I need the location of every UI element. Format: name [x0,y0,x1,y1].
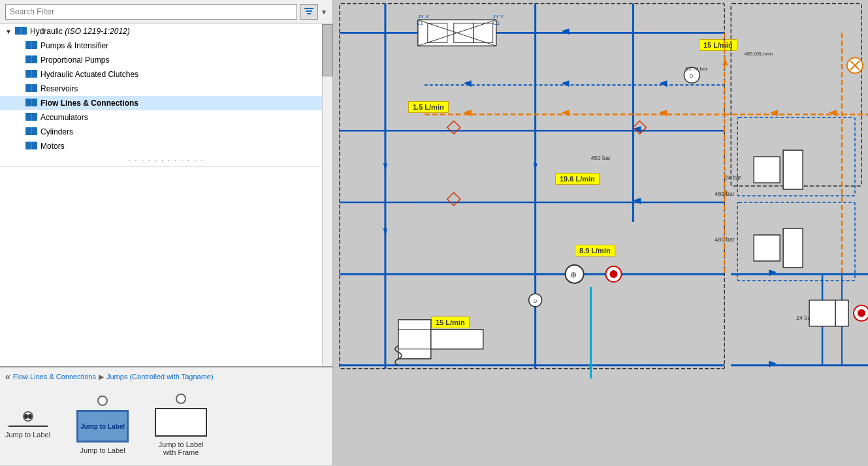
tree-item-flowlines[interactable]: Flow Lines & Connections [0,96,332,110]
search-filter-button[interactable] [300,4,318,20]
svg-text:JY Y: JY Y [493,14,504,20]
option-box-label: Jump to Label [80,446,125,454]
option-line-label: Jump to Label [5,431,50,439]
svg-marker-35 [562,110,570,116]
pressure-65bar: 65.74 bar [685,66,707,72]
tree-icon-accumulators [25,112,38,123]
tree-icon-cylinders [25,127,38,137]
option-frame-radio[interactable] [176,394,186,404]
tree-item-pumps[interactable]: Pumps & Intensifier [0,39,332,53]
option-box-radio[interactable] [97,396,108,406]
tree-item-hydraulic[interactable]: ▼ Hydraulic (ISO 1219-1:2012) [0,24,332,39]
breadcrumb-back-button[interactable]: « [5,371,10,382]
svg-text:C1: C1 [417,20,424,26]
svg-point-81 [609,270,617,278]
option-line-radio[interactable] [23,411,33,422]
diagram-svg: JY X C1 JY Y C2 ⊙ ⊙ ⊕ 450 bar 480 bar 48… [333,0,868,466]
svg-marker-85 [447,193,460,206]
search-input[interactable] [5,4,297,20]
svg-marker-43 [464,80,472,87]
tree-label-pumps: Pumps & Intensifier [40,41,108,50]
line-preview-shape [8,426,48,427]
flow-485: 485.08L/min [744,51,773,57]
svg-marker-40 [722,57,728,65]
option-frame-label: Jump to Labelwith Frame [159,441,204,456]
tree-icon-proportional [25,55,38,65]
svg-marker-51 [383,228,387,236]
svg-rect-90 [398,320,431,359]
svg-marker-49 [633,198,641,204]
svg-rect-21 [340,3,724,368]
svg-text:⊙: ⊙ [533,298,538,304]
tree-arrow-hydraulic: ▼ [5,28,14,35]
svg-marker-45 [659,80,667,87]
pressure-480bar-2: 480 bar [715,236,734,243]
option-box-preview-text: Jump to Label [80,423,125,430]
breadcrumb-part2[interactable]: Jumps (Controlled with Tagname) [106,373,214,381]
svg-text:C2: C2 [493,20,500,26]
options-row: Jump to Label Jump to Label Jump to Labe… [5,388,327,461]
svg-marker-37 [770,110,778,116]
pressure-24bar-1: 24 bar [724,174,741,181]
breadcrumb-part1[interactable]: Flow Lines & Connections [13,373,96,381]
svg-marker-36 [659,110,667,116]
svg-marker-84 [447,121,460,134]
svg-marker-52 [534,163,538,171]
tree-label-accumulators: Accumulators [40,113,88,122]
option-frame-preview [155,408,207,437]
option-line[interactable]: Jump to Label [5,411,50,439]
tree-icon-pumps [25,40,38,51]
svg-point-83 [858,309,865,317]
svg-rect-2 [307,13,311,14]
svg-rect-94 [754,157,780,183]
option-box[interactable]: Jump to Label Jump to Label [76,396,129,454]
left-panel: ▼ ▼ Hydraulic (ISO 1219-1:2012) [0,0,333,466]
tree-scrollbar-thumb[interactable] [322,24,332,76]
option-box-preview: Jump to Label [76,410,129,443]
option-frame[interactable]: Jump to Labelwith Frame [155,394,207,456]
tree-item-motors[interactable]: Motors [0,139,332,153]
tree-dots-separator: · · · · · · · · · · · · [0,153,332,167]
breadcrumb: « Flow Lines & Connections ▶ Jumps (Cont… [5,371,327,382]
search-bar: ▼ [0,0,332,24]
breadcrumb-separator: ▶ [99,373,104,381]
pressure-450bar: 450 bar [591,155,611,161]
tree-label-hydraulic: Hydraulic (ISO 1219-1:2012) [30,27,130,36]
svg-rect-97 [783,228,803,268]
tree-label-proportional: Proportional Pumps [40,55,109,65]
tree-icon-hydraulic [14,26,27,37]
svg-rect-0 [304,8,313,9]
option-line-preview [8,426,48,427]
tree-item-cylinders[interactable]: Cylinders [0,125,332,139]
tree-view: ▼ Hydraulic (ISO 1219-1:2012) Pump [0,24,332,367]
svg-marker-34 [464,110,472,116]
svg-rect-98 [809,300,835,326]
tree-label-flowlines: Flow Lines & Connections [40,99,138,108]
search-dropdown-arrow[interactable]: ▼ [321,8,327,16]
bottom-panel: « Flow Lines & Connections ▶ Jumps (Cont… [0,367,332,466]
svg-marker-38 [829,110,837,116]
tree-label-clutches: Hydraulic Actuated Clutches [40,70,138,79]
tree-item-reservoirs[interactable]: Reservoirs [0,82,332,96]
tree-icon-clutches [25,69,38,80]
svg-text:⊕: ⊕ [570,270,577,279]
svg-rect-96 [783,150,803,189]
svg-rect-95 [754,235,780,261]
tree-icon-motors [25,141,38,151]
svg-marker-44 [562,80,570,87]
svg-rect-91 [431,330,483,349]
svg-text:JY X: JY X [418,14,429,20]
tree-label-motors: Motors [40,142,65,151]
svg-rect-99 [835,300,848,326]
pressure-480bar-1: 480 bar [715,191,734,197]
svg-rect-1 [306,10,312,12]
svg-marker-63 [589,365,593,373]
diagram-area: 1.5 L/min 15 L/min 19.6 L/min 8.9 L/min … [333,0,868,466]
tree-icon-flowlines [25,98,38,108]
tree-item-clutches[interactable]: Hydraulic Actuated Clutches [0,67,332,82]
tree-label-reservoirs: Reservoirs [40,84,78,93]
tree-item-accumulators[interactable]: Accumulators [0,110,332,125]
tree-icon-reservoirs [25,84,38,94]
svg-marker-50 [383,163,387,171]
tree-item-proportional[interactable]: Proportional Pumps [0,53,332,67]
